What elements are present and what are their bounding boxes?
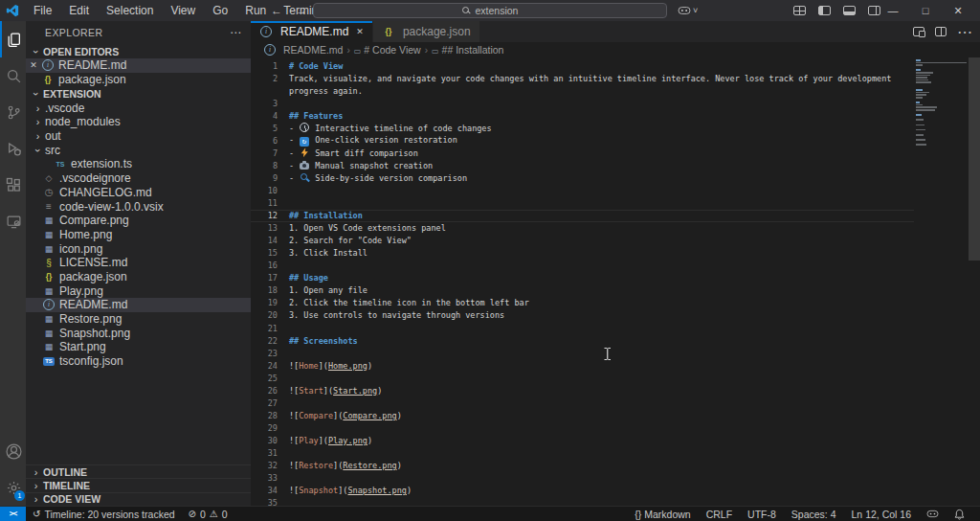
tree-item-.vscode[interactable]: ›.vscode: [26, 101, 251, 115]
code-line[interactable]: 5- Interactive timeline of code changes: [251, 122, 914, 134]
menu-selection[interactable]: Selection: [98, 0, 162, 21]
code-line[interactable]: 203. Use controls to navigate through ve…: [251, 309, 914, 322]
menu-run[interactable]: Run: [236, 0, 275, 21]
tree-item-node_modules[interactable]: ›node_modules: [26, 115, 251, 129]
status-utf-8[interactable]: UTF-8: [740, 507, 784, 521]
tree-item-README.md[interactable]: README.md: [26, 298, 251, 312]
tree-item-.vscodeignore[interactable]: .vscodeignore: [26, 171, 251, 186]
tab-README.md[interactable]: README.md✕: [251, 21, 373, 42]
activity-run-debug[interactable]: [0, 130, 26, 167]
status-spaces-4[interactable]: Spaces: 4: [784, 507, 844, 521]
open-editor-README.md[interactable]: ✕README.md: [26, 58, 251, 73]
notifications-button[interactable]: [947, 507, 972, 521]
workspace-header[interactable]: › EXTENSION: [26, 86, 251, 101]
tree-item-Restore.png[interactable]: Restore.png: [26, 312, 251, 327]
code-line[interactable]: 33: [251, 472, 914, 485]
tree-item-Start.png[interactable]: Start.png: [26, 340, 251, 354]
code-line[interactable]: 11: [251, 197, 914, 210]
tree-item-CHANGELOG.md[interactable]: CHANGELOG.md: [26, 186, 251, 200]
tree-item-Play.png[interactable]: Play.png: [26, 283, 251, 298]
tree-item-package.json[interactable]: package.json: [26, 270, 251, 284]
code-editor[interactable]: 1# Code View2Track, visualize, and navig…: [251, 57, 980, 506]
tree-item-Home.png[interactable]: Home.png: [26, 228, 251, 242]
code-line[interactable]: 28![Compare](Compare.png): [251, 409, 914, 421]
menu-view[interactable]: View: [162, 0, 204, 21]
section-code-view[interactable]: ›CODE VIEW: [26, 492, 251, 506]
close-button[interactable]: ✕: [942, 5, 974, 17]
customize-layout-icon[interactable]: [793, 6, 806, 15]
settings-button[interactable]: 1: [0, 469, 26, 506]
code-line[interactable]: 22## Screenshots: [251, 334, 914, 347]
open-preview-icon[interactable]: [913, 27, 924, 36]
scrollbar-thumb[interactable]: [969, 57, 980, 260]
code-line[interactable]: 4## Features: [251, 109, 914, 122]
menu-go[interactable]: Go: [204, 0, 236, 21]
menu-file[interactable]: File: [25, 0, 60, 21]
restore-button[interactable]: □: [909, 5, 942, 16]
tree-item-extension.ts[interactable]: extension.ts: [26, 157, 251, 171]
code-line[interactable]: 16: [251, 260, 914, 272]
editor-more-actions[interactable]: ⋯: [957, 23, 972, 41]
nav-forward-button[interactable]: →: [296, 4, 307, 17]
status--markdown[interactable]: {} Markdown: [627, 507, 698, 521]
tree-item-LICENSE.md[interactable]: LICENSE.md: [26, 256, 251, 270]
activity-extensions[interactable]: [0, 167, 26, 203]
tree-item-Compare.png[interactable]: Compare.png: [26, 214, 251, 228]
code-line[interactable]: 6- One-click version restoration: [251, 134, 914, 147]
code-line[interactable]: 131. Open VS Code extensions panel: [251, 222, 914, 235]
tree-item-code-view-1.0.0.vsix[interactable]: code-view-1.0.0.vsix: [26, 199, 251, 214]
split-editor-icon[interactable]: [935, 27, 947, 36]
tree-item-src[interactable]: ›src: [26, 143, 251, 157]
activity-explorer[interactable]: [0, 21, 26, 57]
code-line[interactable]: 9- Side-by-side version comparison: [251, 171, 914, 184]
code-line[interactable]: 26![Start](Start.png): [251, 384, 914, 396]
code-line[interactable]: 2Track, visualize, and navigate your cod…: [251, 72, 914, 84]
tree-item-tsconfig.json[interactable]: tsconfig.json: [26, 354, 251, 369]
copilot-button[interactable]: ˅: [678, 0, 698, 21]
command-center-search[interactable]: extension: [313, 3, 667, 18]
code-line[interactable]: 35: [251, 497, 914, 506]
code-line[interactable]: 12## Installation: [251, 210, 914, 222]
code-line[interactable]: 181. Open any file: [251, 284, 914, 297]
minimize-button[interactable]: —: [877, 5, 909, 16]
code-line[interactable]: 29: [251, 421, 914, 434]
code-line[interactable]: 153. Click Install: [251, 247, 914, 260]
code-line[interactable]: 8- Manual snapshot creation: [251, 159, 914, 171]
code-line[interactable]: 21: [251, 322, 914, 334]
code-line[interactable]: 34![Snapshot](Snapshot.png): [251, 485, 914, 497]
code-line[interactable]: 24![Home](Home.png): [251, 359, 914, 372]
problems-status[interactable]: ⊘ 0 ⚠ 0: [182, 507, 234, 521]
code-line[interactable]: 31: [251, 446, 914, 459]
breadcrumb-## Installation[interactable]: ## Installation: [432, 44, 503, 56]
account-button[interactable]: [0, 433, 26, 469]
code-line[interactable]: 7- Smart diff comparison: [251, 147, 914, 159]
code-line[interactable]: 23: [251, 347, 914, 359]
code-line[interactable]: 17## Usage: [251, 272, 914, 284]
toggle-panel-icon[interactable]: [843, 6, 856, 15]
code-line[interactable]: 1# Code View: [251, 59, 914, 72]
activity-search[interactable]: [0, 57, 26, 94]
tree-item-Snapshot.png[interactable]: Snapshot.png: [26, 326, 251, 340]
code-line[interactable]: 3: [251, 97, 914, 109]
timeline-status[interactable]: ↺ Timeline: 20 versions tracked: [26, 507, 182, 521]
code-line[interactable]: 142. Search for "Code View": [251, 235, 914, 247]
code-line[interactable]: progress again.: [251, 84, 914, 97]
code-line[interactable]: 192. Click the timeline icon in the bott…: [251, 297, 914, 309]
code-line[interactable]: 32![Restore](Restore.png): [251, 460, 914, 472]
remote-indicator[interactable]: ><: [0, 507, 26, 521]
section-timeline[interactable]: ›TIMELINE: [26, 478, 251, 491]
open-editor-package.json[interactable]: package.json: [26, 73, 251, 87]
section-outline[interactable]: ›OUTLINE: [26, 464, 251, 478]
open-editors-header[interactable]: › OPEN EDITORS: [26, 44, 251, 58]
tab-package.json[interactable]: package.json: [373, 21, 480, 42]
activity-source-control[interactable]: [0, 94, 26, 130]
code-line[interactable]: 10: [251, 184, 914, 196]
close-icon[interactable]: ✕: [356, 27, 364, 36]
code-line[interactable]: 27: [251, 396, 914, 409]
toggle-sidebar-icon[interactable]: [818, 6, 831, 15]
copilot-status[interactable]: [919, 507, 947, 521]
nav-back-button[interactable]: ←: [271, 4, 282, 17]
activity-remote-monitor[interactable]: [0, 203, 26, 239]
code-line[interactable]: 25: [251, 372, 914, 384]
menu-edit[interactable]: Edit: [60, 0, 98, 21]
